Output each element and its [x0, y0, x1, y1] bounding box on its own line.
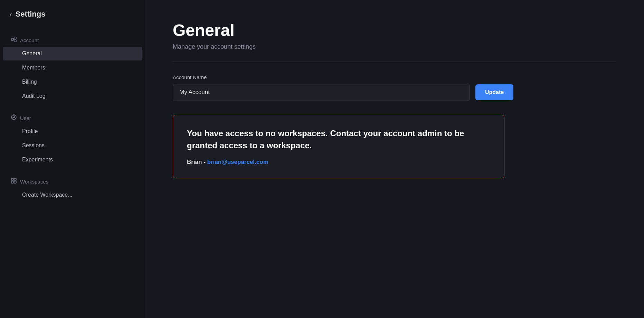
- warning-box: You have access to no workspaces. Contac…: [173, 115, 504, 178]
- settings-back-button[interactable]: ‹ Settings: [0, 0, 145, 28]
- back-icon: ‹: [10, 10, 12, 18]
- sidebar-item-create-workspace[interactable]: Create Workspace...: [3, 188, 142, 202]
- svg-rect-9: [14, 178, 16, 180]
- account-section-title: Account: [20, 37, 39, 43]
- account-section: Account General Members Billing Audit Lo…: [0, 28, 145, 106]
- account-name-input[interactable]: [173, 84, 470, 101]
- page-title: General: [173, 21, 616, 40]
- workspaces-section-label: Workspaces: [0, 175, 145, 188]
- sidebar-item-profile[interactable]: Profile: [3, 124, 142, 138]
- svg-point-7: [13, 116, 15, 118]
- account-name-field: Account Name Update: [173, 74, 616, 101]
- workspaces-icon: [11, 178, 17, 185]
- main-content: General Manage your account settings Acc…: [145, 0, 644, 318]
- svg-rect-2: [14, 40, 16, 42]
- sidebar-item-audit-log[interactable]: Audit Log: [3, 89, 142, 103]
- svg-rect-10: [11, 181, 13, 183]
- page-subtitle: Manage your account settings: [173, 43, 616, 50]
- update-button[interactable]: Update: [475, 84, 513, 100]
- user-section-label: User: [0, 112, 145, 124]
- warning-contact-email-link[interactable]: brian@useparcel.com: [207, 159, 268, 165]
- warning-contact-separator: -: [202, 159, 207, 165]
- sidebar-item-general[interactable]: General: [3, 47, 142, 60]
- svg-rect-1: [14, 37, 16, 39]
- user-section-title: User: [20, 115, 31, 121]
- account-name-label: Account Name: [173, 74, 616, 80]
- user-section: User Profile Sessions Experiments: [0, 106, 145, 170]
- sidebar-item-billing[interactable]: Billing: [3, 75, 142, 89]
- svg-rect-8: [11, 178, 13, 180]
- svg-rect-0: [11, 38, 13, 40]
- sidebar-title: Settings: [16, 10, 46, 19]
- warning-contact: Brian - brian@useparcel.com: [187, 159, 490, 166]
- sidebar-item-experiments[interactable]: Experiments: [3, 153, 142, 167]
- account-section-label: Account: [0, 34, 145, 46]
- workspaces-section: Workspaces Create Workspace...: [0, 170, 145, 205]
- warning-contact-name: Brian: [187, 159, 202, 165]
- sidebar: ‹ Settings Account General Members: [0, 0, 145, 318]
- account-icon: [11, 37, 17, 44]
- workspaces-section-title: Workspaces: [20, 179, 48, 185]
- warning-message: You have access to no workspaces. Contac…: [187, 128, 490, 152]
- user-icon: [11, 114, 17, 121]
- sidebar-item-members[interactable]: Members: [3, 61, 142, 75]
- sidebar-item-sessions[interactable]: Sessions: [3, 139, 142, 152]
- account-name-row: Update: [173, 84, 616, 101]
- svg-rect-11: [14, 181, 16, 183]
- divider: [173, 62, 616, 62]
